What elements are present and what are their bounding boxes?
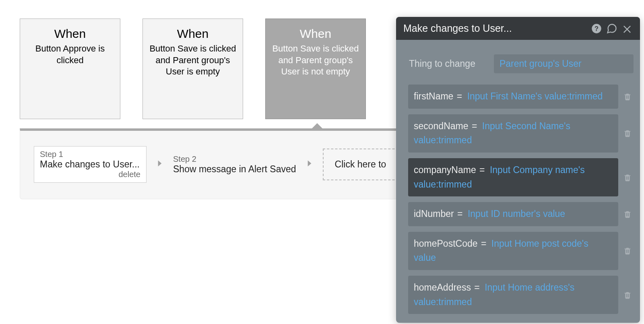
event-condition: Button Save is clicked and Parent group'… bbox=[271, 43, 360, 78]
trash-icon[interactable] bbox=[621, 202, 634, 226]
step-number: Step 1 bbox=[40, 150, 140, 159]
field-row: secondName = Input Second Name's value:t… bbox=[408, 114, 634, 153]
svg-text:?: ? bbox=[594, 25, 599, 32]
field-row: homePostCode = Input Home post code's va… bbox=[408, 232, 634, 270]
thing-to-change-value[interactable]: Parent group's User bbox=[494, 54, 634, 73]
step-2[interactable]: Step 2 Show message in Alert Saved bbox=[173, 155, 296, 175]
field-assignment[interactable]: secondName = Input Second Name's value:t… bbox=[408, 114, 618, 153]
step-title: Make changes to User... bbox=[40, 159, 140, 170]
event-box-2[interactable]: When Button Save is clicked and Parent g… bbox=[142, 19, 243, 119]
thing-to-change-row: Thing to change Parent group's User bbox=[408, 54, 634, 73]
event-when: When bbox=[54, 27, 86, 41]
field-row: companyName = Input Company name's value… bbox=[408, 158, 634, 196]
field-assignment[interactable]: homePostCode = Input Home post code's va… bbox=[408, 232, 618, 270]
property-editor-panel: Make changes to User... ? Thing to chang… bbox=[396, 17, 640, 323]
trash-icon[interactable] bbox=[621, 85, 634, 109]
field-expression[interactable]: Input First Name's value:trimmed bbox=[467, 91, 603, 101]
comment-icon[interactable] bbox=[606, 23, 617, 34]
event-when: When bbox=[300, 27, 331, 41]
event-box-3[interactable]: When Button Save is clicked and Parent g… bbox=[265, 19, 366, 119]
event-pointer bbox=[312, 123, 323, 129]
field-assignment[interactable]: companyName = Input Company name's value… bbox=[408, 158, 618, 196]
field-row: idNumber = Input ID number's value bbox=[408, 202, 634, 226]
event-condition: Button Save is clicked and Parent group'… bbox=[149, 43, 237, 78]
close-icon[interactable] bbox=[621, 23, 633, 34]
field-assignment[interactable]: firstName = Input First Name's value:tri… bbox=[408, 85, 618, 109]
trash-icon[interactable] bbox=[621, 114, 634, 153]
panel-header[interactable]: Make changes to User... ? bbox=[396, 17, 640, 40]
panel-title: Make changes to User... bbox=[403, 23, 587, 34]
field-name: homePostCode bbox=[414, 238, 478, 249]
field-row: homeAddress = Input Home address's value… bbox=[408, 276, 634, 314]
field-row: firstName = Input First Name's value:tri… bbox=[408, 85, 634, 109]
step-1[interactable]: Step 1 Make changes to User... delete bbox=[34, 146, 147, 183]
field-name: idNumber bbox=[414, 208, 454, 219]
field-name: secondName bbox=[414, 121, 469, 131]
field-name: companyName bbox=[414, 165, 476, 175]
equals-sign: = bbox=[469, 121, 482, 131]
trash-icon[interactable] bbox=[621, 276, 634, 314]
field-list: firstName = Input First Name's value:tri… bbox=[408, 85, 634, 314]
field-expression[interactable]: Input ID number's value bbox=[468, 208, 565, 219]
field-assignment[interactable]: idNumber = Input ID number's value bbox=[408, 202, 618, 226]
event-box-1[interactable]: When Button Approve is clicked bbox=[20, 19, 120, 119]
step-number: Step 2 bbox=[173, 155, 296, 164]
field-assignment[interactable]: homeAddress = Input Home address's value… bbox=[408, 276, 618, 314]
thing-to-change-label: Thing to change bbox=[408, 58, 475, 69]
event-condition: Button Approve is clicked bbox=[26, 43, 114, 66]
step-title: Show message in Alert Saved bbox=[173, 164, 296, 175]
trash-icon[interactable] bbox=[621, 232, 634, 270]
field-name: firstName bbox=[414, 91, 453, 101]
equals-sign: = bbox=[471, 282, 485, 293]
equals-sign: = bbox=[454, 208, 468, 219]
help-icon[interactable]: ? bbox=[591, 23, 602, 34]
arrow-icon bbox=[155, 158, 165, 171]
equals-sign: = bbox=[476, 165, 490, 175]
equals-sign: = bbox=[478, 238, 491, 249]
equals-sign: = bbox=[453, 91, 467, 101]
field-name: homeAddress bbox=[414, 282, 471, 293]
arrow-icon bbox=[304, 158, 315, 171]
trash-icon[interactable] bbox=[621, 158, 634, 196]
step-delete[interactable]: delete bbox=[40, 170, 140, 179]
event-when: When bbox=[177, 27, 208, 41]
panel-body: Thing to change Parent group's User firs… bbox=[396, 40, 640, 323]
